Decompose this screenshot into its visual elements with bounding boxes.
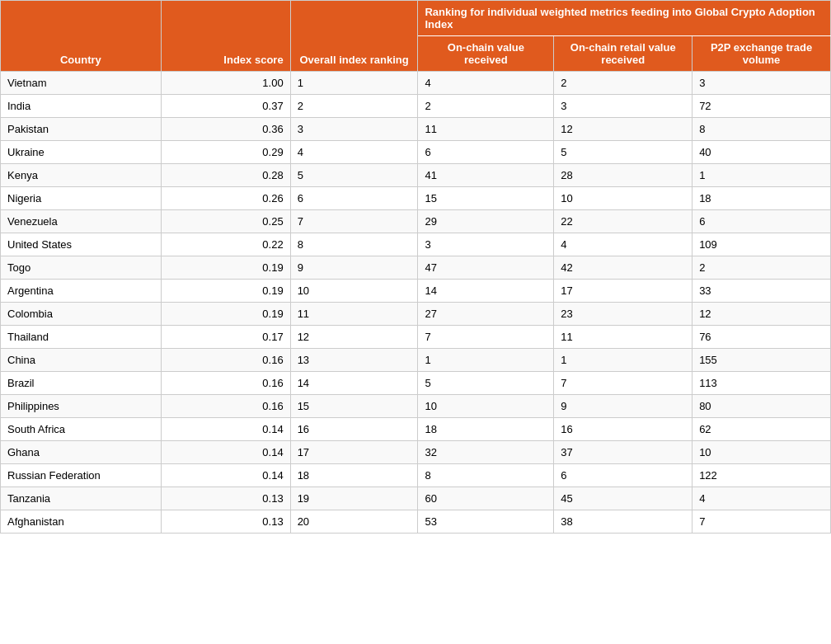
p2p-exchange-cell: 76 <box>692 326 831 349</box>
overall-ranking-cell: 1 <box>290 72 418 95</box>
country-cell: Brazil <box>1 372 162 395</box>
onchain-retail-cell: 4 <box>554 233 692 256</box>
overall-ranking-cell: 2 <box>290 95 418 118</box>
onchain-retail-cell: 45 <box>554 487 692 510</box>
table-row: Kenya0.28541281 <box>1 164 831 187</box>
overall-ranking-cell: 16 <box>290 418 418 441</box>
p2p-exchange-cell: 62 <box>692 418 831 441</box>
table-row: Argentina0.1910141733 <box>1 280 831 303</box>
p2p-exchange-cell: 122 <box>692 464 831 487</box>
country-cell: Philippines <box>1 395 162 418</box>
onchain-retail-cell: 10 <box>554 187 692 210</box>
onchain-value-cell: 60 <box>418 487 554 510</box>
index-score-cell: 0.13 <box>161 510 290 534</box>
index-score-cell: 0.28 <box>161 164 290 187</box>
onchain-retail-cell: 6 <box>554 464 692 487</box>
index-score-cell: 0.26 <box>161 187 290 210</box>
index-score-cell: 0.14 <box>161 441 290 464</box>
country-cell: Pakistan <box>1 118 162 141</box>
onchain-value-cell: 29 <box>418 210 554 233</box>
onchain-retail-cell: 38 <box>554 510 692 534</box>
onchain-value-cell: 27 <box>418 303 554 326</box>
table-row: Afghanistan0.132053387 <box>1 510 831 534</box>
onchain-retail-cell: 7 <box>554 372 692 395</box>
country-cell: Kenya <box>1 164 162 187</box>
onchain-value-cell: 3 <box>418 233 554 256</box>
overall-ranking-cell: 13 <box>290 349 418 372</box>
index-score-cell: 0.25 <box>161 210 290 233</box>
index-score-cell: 0.19 <box>161 303 290 326</box>
table-row: India0.3722372 <box>1 95 831 118</box>
p2p-exchange-cell: 109 <box>692 233 831 256</box>
p2p-exchange-cell: 80 <box>692 395 831 418</box>
table-row: South Africa0.1416181662 <box>1 418 831 441</box>
country-header: Country <box>1 1 162 72</box>
onchain-retail-cell: 9 <box>554 395 692 418</box>
table-row: Nigeria0.266151018 <box>1 187 831 210</box>
table-row: Brazil0.161457113 <box>1 372 831 395</box>
table-row: United States0.22834109 <box>1 233 831 256</box>
onchain-retail-cell: 11 <box>554 326 692 349</box>
overall-ranking-cell: 15 <box>290 395 418 418</box>
onchain-retail-cell: 5 <box>554 141 692 164</box>
onchain-value-cell: 7 <box>418 326 554 349</box>
index-score-cell: 0.36 <box>161 118 290 141</box>
onchain-retail-cell: 12 <box>554 118 692 141</box>
onchain-retail-cell: 17 <box>554 280 692 303</box>
country-cell: Thailand <box>1 326 162 349</box>
onchain-value-cell: 15 <box>418 187 554 210</box>
table-row: Philippines0.161510980 <box>1 395 831 418</box>
onchain-retail-cell: 28 <box>554 164 692 187</box>
index-score-cell: 1.00 <box>161 72 290 95</box>
onchain-retail-cell: 16 <box>554 418 692 441</box>
p2p-exchange-cell: 7 <box>692 510 831 534</box>
onchain-value-cell: 2 <box>418 95 554 118</box>
index-score-cell: 0.19 <box>161 256 290 280</box>
onchain-value-cell: 18 <box>418 418 554 441</box>
overall-ranking-cell: 14 <box>290 372 418 395</box>
table-row: Ukraine0.2946540 <box>1 141 831 164</box>
overall-ranking-cell: 20 <box>290 510 418 534</box>
onchain-value-cell: 47 <box>418 256 554 280</box>
onchain-value-cell: 53 <box>418 510 554 534</box>
onchain-retail-header: On-chain retail value received <box>554 36 692 72</box>
onchain-value-cell: 5 <box>418 372 554 395</box>
onchain-retail-cell: 1 <box>554 349 692 372</box>
table-row: Colombia0.1911272312 <box>1 303 831 326</box>
onchain-value-cell: 10 <box>418 395 554 418</box>
country-cell: Tanzania <box>1 487 162 510</box>
table-row: Russian Federation0.141886122 <box>1 464 831 487</box>
country-cell: Argentina <box>1 280 162 303</box>
onchain-value-cell: 1 <box>418 349 554 372</box>
p2p-exchange-cell: 155 <box>692 349 831 372</box>
country-cell: China <box>1 349 162 372</box>
onchain-value-cell: 41 <box>418 164 554 187</box>
index-score-cell: 0.37 <box>161 95 290 118</box>
overall-ranking-cell: 12 <box>290 326 418 349</box>
index-score-header: Index score <box>161 1 290 72</box>
country-cell: Afghanistan <box>1 510 162 534</box>
index-score-cell: 0.29 <box>161 141 290 164</box>
overall-ranking-cell: 9 <box>290 256 418 280</box>
overall-ranking-cell: 8 <box>290 233 418 256</box>
onchain-value-cell: 8 <box>418 464 554 487</box>
crypto-adoption-table: Country Index score Overall index rankin… <box>0 0 831 534</box>
country-cell: Vietnam <box>1 72 162 95</box>
country-cell: India <box>1 95 162 118</box>
country-cell: Ukraine <box>1 141 162 164</box>
onchain-value-cell: 14 <box>418 280 554 303</box>
onchain-value-cell: 4 <box>418 72 554 95</box>
p2p-exchange-cell: 113 <box>692 372 831 395</box>
onchain-retail-cell: 42 <box>554 256 692 280</box>
table-row: Thailand0.171271176 <box>1 326 831 349</box>
p2p-exchange-cell: 2 <box>692 256 831 280</box>
onchain-retail-cell: 37 <box>554 441 692 464</box>
country-cell: Venezuela <box>1 210 162 233</box>
index-score-cell: 0.17 <box>161 326 290 349</box>
p2p-exchange-cell: 8 <box>692 118 831 141</box>
overall-ranking-cell: 18 <box>290 464 418 487</box>
overall-ranking-header: Overall index ranking <box>290 1 418 72</box>
onchain-retail-cell: 23 <box>554 303 692 326</box>
table-row: Tanzania0.131960454 <box>1 487 831 510</box>
p2p-exchange-header: P2P exchange trade volume <box>692 36 831 72</box>
